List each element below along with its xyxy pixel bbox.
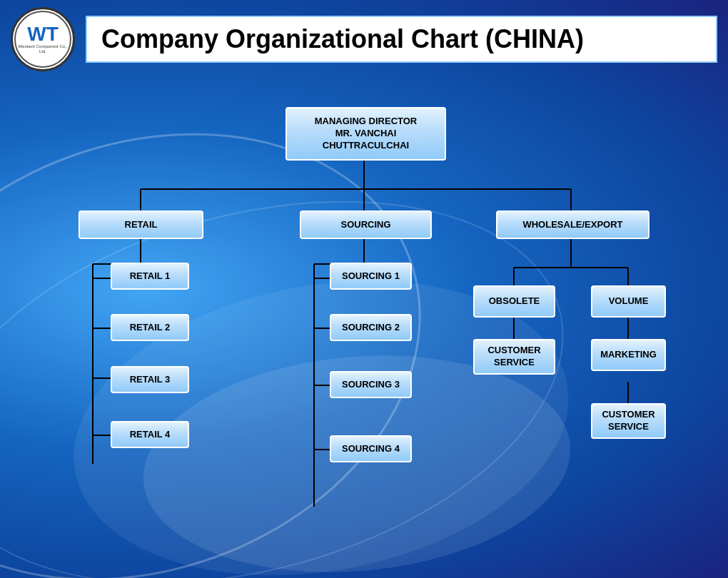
- chart-area: MANAGING DIRECTORMR. VANCHAICHUTTRACULCH…: [0, 86, 728, 578]
- sourcing-4-label: SOURCING 4: [342, 443, 400, 455]
- customer-service-obsolete-box: CUSTOMERSERVICE: [473, 339, 555, 375]
- volume-label: VOLUME: [609, 295, 649, 308]
- retail-box: RETAIL: [79, 211, 203, 239]
- marketing-box: MARKETING: [591, 339, 666, 371]
- managing-director-box: MANAGING DIRECTORMR. VANCHAICHUTTRACULCH…: [285, 107, 446, 161]
- marketing-label: MARKETING: [600, 349, 657, 361]
- title-box: Company Organizational Chart (CHINA): [86, 16, 717, 63]
- retail-4-label: RETAIL 4: [130, 429, 171, 441]
- retail-1-box: RETAIL 1: [111, 263, 189, 290]
- sourcing-1-label: SOURCING 1: [342, 270, 400, 283]
- wholesale-label: WHOLESALE/EXPORT: [522, 219, 622, 231]
- sourcing-label: SOURCING: [340, 219, 390, 231]
- customer-service-volume-label: CUSTOMERSERVICE: [602, 409, 654, 433]
- sourcing-2-label: SOURCING 2: [342, 322, 400, 334]
- obsolete-label: OBSOLETE: [489, 295, 540, 308]
- header: WT Wentech Component Co., Ltd. Company O…: [0, 0, 728, 78]
- wholesale-box: WHOLESALE/EXPORT: [496, 211, 649, 239]
- logo-subtext: Wentech Component Co., Ltd.: [16, 44, 70, 54]
- sourcing-box: SOURCING: [300, 211, 432, 239]
- customer-service-volume-box: CUSTOMERSERVICE: [591, 403, 666, 439]
- retail-4-box: RETAIL 4: [111, 421, 189, 448]
- chart-title: Company Organizational Chart (CHINA): [101, 24, 584, 54]
- logo-wt: WT: [27, 24, 59, 44]
- sourcing-3-box: SOURCING 3: [330, 371, 412, 398]
- sourcing-3-label: SOURCING 3: [342, 379, 400, 391]
- obsolete-box: OBSOLETE: [473, 285, 555, 318]
- volume-box: VOLUME: [591, 285, 666, 318]
- logo: WT Wentech Component Co., Ltd.: [11, 7, 75, 71]
- retail-3-box: RETAIL 3: [111, 366, 189, 393]
- sourcing-4-box: SOURCING 4: [330, 435, 412, 462]
- sourcing-1-box: SOURCING 1: [330, 263, 412, 290]
- sourcing-2-box: SOURCING 2: [330, 314, 412, 341]
- retail-label: RETAIL: [125, 219, 158, 231]
- retail-2-label: RETAIL 2: [130, 322, 171, 334]
- retail-1-label: RETAIL 1: [130, 270, 171, 283]
- retail-2-box: RETAIL 2: [111, 314, 189, 341]
- retail-3-label: RETAIL 3: [130, 374, 171, 386]
- managing-director-text: MANAGING DIRECTORMR. VANCHAICHUTTRACULCH…: [315, 116, 417, 152]
- customer-service-obsolete-label: CUSTOMERSERVICE: [487, 345, 540, 369]
